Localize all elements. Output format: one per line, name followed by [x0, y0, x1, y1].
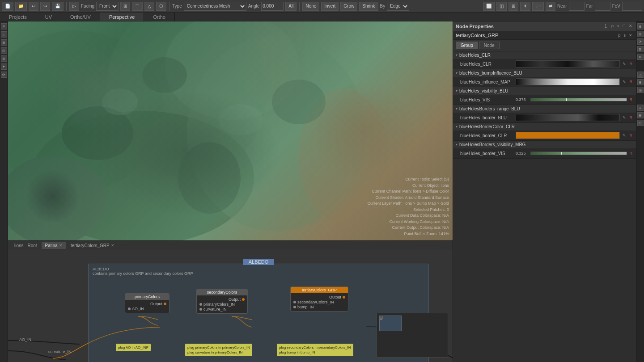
fov-input[interactable]	[622, 2, 642, 11]
tab-projects[interactable]: Projects	[0, 13, 36, 21]
mini-map[interactable]: ≡	[377, 313, 448, 358]
ng-tab-root[interactable]: lions - Root	[11, 242, 41, 249]
right-icon-2[interactable]: ⊞	[637, 31, 644, 37]
prop-row-blueholes-bump: blueHoles_influnce_MAP ✎ R	[453, 77, 636, 87]
title-settings-btn[interactable]: s	[623, 33, 627, 38]
toolbar-camera1[interactable]: ⬜	[483, 2, 495, 11]
prop-borders-vis-slider[interactable]	[530, 152, 627, 155]
toolbar-icon-undo[interactable]: ↩	[29, 2, 38, 11]
mesh-type-select[interactable]: Connectedness Mesh	[184, 2, 246, 11]
ng-tab-tertiary-close[interactable]: ✕	[111, 243, 114, 248]
prop-blueholes-bump-value[interactable]	[516, 78, 620, 85]
prop-borders-vis-slider-area: 0.325	[516, 151, 627, 156]
node-secondarycolors-primary: primaryColors_IN	[199, 302, 245, 307]
invert-btn[interactable]: Invert	[321, 2, 339, 11]
title-close-btn[interactable]: ✕	[628, 33, 633, 38]
select2-btn[interactable]: ⬡	[156, 2, 166, 11]
grow-btn[interactable]: Grow	[340, 2, 357, 11]
tooltip-primary-text: plug primaryColors in primaryColors_INpl…	[187, 345, 250, 354]
right-icon-5[interactable]: ⊛	[637, 54, 644, 60]
toolbar-grid[interactable]: ⊞	[508, 2, 518, 11]
node-graph-canvas[interactable]: ALBEDO ALBEDOcontains primary colors GRP…	[8, 250, 453, 362]
ng-tab-patina[interactable]: Patina ✕	[42, 242, 66, 249]
node-primarycolors[interactable]: primaryColors Output AO_IN	[125, 293, 169, 313]
right-icon-3[interactable]: ⟳	[637, 38, 644, 45]
prop-blueholes-clr-edit[interactable]: ✎	[622, 62, 627, 66]
props-tab-group[interactable]: Group	[456, 42, 478, 49]
prop-row-borders-vis: blueHoles_border_VIS 0.325 R	[453, 148, 636, 158]
far-input[interactable]	[595, 2, 610, 11]
left-icon-4[interactable]: ◎	[1, 47, 7, 54]
toolbar-light[interactable]: ☀	[520, 2, 530, 11]
left-icon-1[interactable]: ≡	[1, 23, 7, 29]
prop-blueholes-clr-value[interactable]	[516, 60, 620, 67]
prop-blueholes-vis-reset[interactable]: R	[629, 97, 634, 102]
left-icon-7[interactable]: ⟳	[1, 72, 7, 78]
triangle-blueholes-vis: ▾	[456, 89, 458, 93]
shape-btn[interactable]: △	[144, 2, 154, 11]
facing-select[interactable]: Front	[96, 2, 119, 11]
right-icon-7[interactable]: ⊕	[637, 79, 644, 85]
title-pin-btn[interactable]: p	[617, 33, 621, 38]
node-secondarycolors[interactable]: secondaryColors Output primaryColors_IN	[196, 289, 248, 314]
by-select[interactable]: Edge	[387, 2, 409, 11]
none-btn[interactable]: None	[302, 2, 319, 11]
left-icon-3[interactable]: ⊕	[1, 39, 7, 46]
prop-borders-range-value[interactable]	[516, 114, 620, 121]
right-icon-1[interactable]: ⊕	[637, 23, 644, 29]
right-icon-11[interactable]: ⊡	[637, 120, 644, 126]
lasso-btn[interactable]: ⌒	[132, 2, 143, 11]
ng-tab-tertiary[interactable]: tertiaryColors_GRP ✕	[67, 242, 118, 249]
toolbar-cam3[interactable]: 🎥	[532, 2, 544, 11]
prop-border-color-edit[interactable]: ✎	[622, 133, 627, 138]
left-icon-6[interactable]: ✦	[1, 63, 7, 70]
all-btn[interactable]: All	[285, 2, 297, 11]
node-tertiarycolors[interactable]: tertiaryColors_GRP Output secondaryColor…	[290, 286, 348, 311]
prop-blueholes-bump-reset[interactable]: R	[629, 80, 634, 84]
near-input[interactable]	[569, 2, 585, 11]
node-primarycolors-body: Output AO_IN	[125, 300, 169, 313]
panel-pin-btn[interactable]: p	[610, 24, 614, 29]
toolbar-icon-redo[interactable]: ↪	[40, 2, 50, 11]
prop-blueholes-clr-reset[interactable]: R	[629, 62, 634, 66]
tab-ortho-uv[interactable]: Ortho/UV	[61, 13, 100, 21]
panel-maximize-btn[interactable]: □	[622, 24, 626, 29]
right-icon-4[interactable]: ⊠	[637, 46, 644, 52]
toolbar-camera2[interactable]: ◫	[496, 2, 507, 11]
right-icon-8[interactable]: ◎	[637, 87, 644, 93]
prop-border-color-reset[interactable]: R	[629, 133, 634, 138]
right-icon-6[interactable]: △	[637, 72, 644, 78]
tab-ortho[interactable]: Ortho	[144, 13, 175, 21]
prop-borders-range-reset[interactable]: R	[629, 115, 634, 120]
info-line-4: Current Shader: Arnold Standard Surface	[367, 195, 449, 201]
prop-blueholes-bump-edit[interactable]: ✎	[622, 80, 627, 84]
toolbar-icon-save[interactable]: 💾	[52, 2, 64, 11]
left-icon-5[interactable]: ⊛	[1, 55, 7, 62]
ao-label: AO_IN	[132, 307, 144, 311]
tab-uv[interactable]: UV	[36, 13, 61, 21]
viewport-area[interactable]: Current Tools: Select (S) Current Object…	[8, 21, 453, 240]
panel-close-btn[interactable]: ✕	[628, 24, 633, 29]
section-blueholes-vis: ▾ blueHoles_visibility_BLU blueHoles_VIS…	[453, 87, 636, 105]
props-tab-node[interactable]: Node	[479, 42, 500, 49]
left-icon-2[interactable]: ↕	[1, 31, 7, 38]
prop-blueholes-vis-name: blueHoles_VIS	[460, 97, 514, 102]
shrink-btn[interactable]: Shrink	[359, 2, 378, 11]
prop-borders-range-edit[interactable]: ✎	[622, 115, 627, 120]
toolbar-icon-new[interactable]: 📄	[2, 2, 13, 11]
select-tool-btn[interactable]: ▷	[69, 2, 79, 11]
prop-border-color-value[interactable]	[516, 132, 620, 139]
toolbar-icon-open[interactable]: 📁	[15, 2, 27, 11]
ng-tab-patina-close[interactable]: ✕	[59, 243, 63, 248]
prop-borders-vis-value: 0.325	[516, 151, 529, 156]
prop-borders-vis-reset[interactable]: R	[629, 151, 634, 156]
toolbar-arrows[interactable]: ⇄	[546, 2, 555, 11]
angle-input[interactable]: 0.000	[261, 2, 284, 11]
grid-btn[interactable]: ⊞	[120, 2, 130, 11]
tab-perspective[interactable]: Perspective	[100, 13, 144, 21]
prop-blueholes-vis-slider[interactable]	[530, 98, 627, 101]
main-toolbar: 📄 📁 ↩ ↪ 💾 ▷ Facing Front ⊞ ⌒ △ ⬡ Type Co…	[0, 0, 644, 13]
right-icon-10[interactable]: ⊞	[637, 112, 644, 118]
panel-settings-btn[interactable]: s	[616, 24, 620, 29]
right-icon-9[interactable]: ≡	[637, 105, 644, 111]
